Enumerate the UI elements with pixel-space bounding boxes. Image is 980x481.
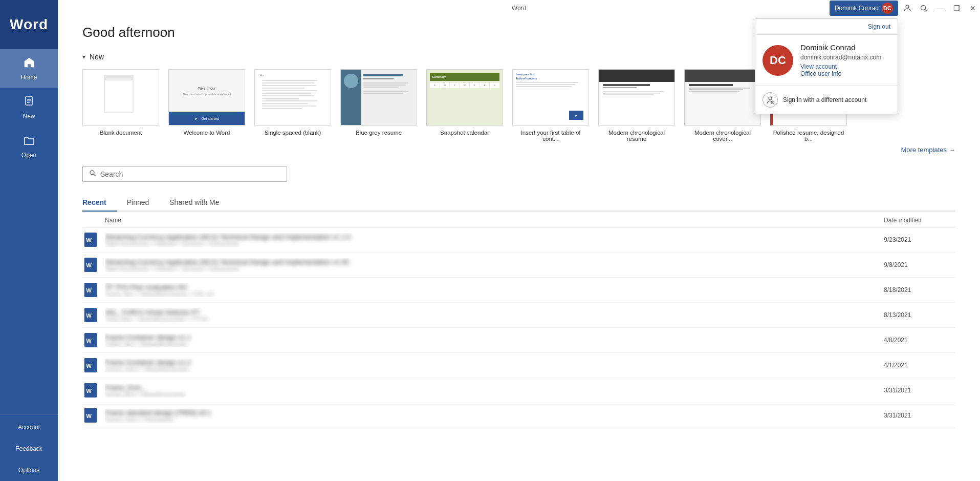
svg-line-6: [925, 10, 927, 12]
file-date: 3/31/2021: [884, 412, 955, 419]
file-name: XEL_TURCC-Great Selector PT: [105, 308, 884, 316]
sidebar-options-label: Options: [18, 467, 39, 474]
template-blank[interactable]: Blank document: [82, 69, 159, 142]
template-modern-chron-cover[interactable]: Modern chronological cover...: [684, 69, 761, 142]
view-account-link[interactable]: View account: [800, 63, 881, 70]
profile-icon-btn[interactable]: [900, 1, 914, 15]
svg-text:W: W: [86, 262, 92, 268]
template-single-spaced-label: Single spaced (blank): [265, 130, 321, 136]
file-row[interactable]: W Frame_from_ Survey_Box > ShareDocument…: [82, 378, 955, 403]
svg-text:W: W: [86, 363, 92, 369]
search-icon-btn[interactable]: [917, 1, 931, 15]
template-insert-toc[interactable]: Insert your first Table of contents ▶ In…: [512, 69, 589, 142]
template-snapshot-calendar-label: Snapshot calendar: [440, 130, 489, 136]
svg-line-10: [94, 174, 96, 176]
tab-shared[interactable]: Shared with Me: [159, 194, 229, 212]
sidebar-item-options[interactable]: Options: [0, 459, 58, 481]
file-path: Frame_Box > SharedDocuments > FFE_10: [105, 291, 884, 297]
search-container: [82, 166, 287, 182]
svg-rect-7: [104, 75, 133, 112]
sidebar-home-label: Home: [20, 74, 37, 81]
minimize-button[interactable]: —: [933, 1, 947, 15]
open-icon: [23, 134, 35, 150]
template-welcome-label: Welcome to Word: [184, 130, 230, 136]
template-insert-toc-thumb: Insert your first Table of contents ▶: [512, 69, 589, 126]
template-single-spaced[interactable]: Aa Si: [254, 69, 331, 142]
switch-account-label[interactable]: Sign in with a different account: [783, 96, 866, 103]
svg-text:W: W: [86, 338, 92, 344]
sidebar-item-new[interactable]: New: [0, 88, 58, 127]
template-blank-label: Blank document: [100, 130, 142, 136]
file-date: 4/8/2021: [884, 337, 955, 344]
tabs: Recent Pinned Shared with Me: [82, 194, 955, 212]
sidebar-bottom: Account Feedback Options: [0, 414, 58, 481]
file-row[interactable]: W Streaming Currency Application (NCA) T…: [82, 253, 955, 278]
file-icon: W: [82, 382, 99, 399]
files-table: Name Date modified W Streaming Currency …: [82, 212, 955, 428]
search-input[interactable]: [100, 170, 280, 178]
file-row[interactable]: W Frame Container design v1.2 Survey_Doc…: [82, 353, 955, 378]
sidebar-feedback-label: Feedback: [15, 445, 42, 452]
file-path: Online_Box > SharedDocuments: [105, 341, 884, 347]
file-row[interactable]: W Frame Container design v1.1 Online_Box…: [82, 328, 955, 353]
sidebar-new-label: New: [23, 113, 35, 120]
template-modern-chron-resume[interactable]: Modern chronological resume: [598, 69, 675, 142]
account-avatar-small: DC: [882, 3, 893, 14]
popup-signout-row: Sign out: [755, 19, 898, 35]
tab-recent[interactable]: Recent: [82, 194, 117, 212]
svg-point-5: [921, 6, 926, 10]
template-blank-thumb: [82, 69, 159, 126]
files-header: Name Date modified: [82, 212, 955, 227]
topbar-title: Word: [512, 5, 526, 12]
new-section-chevron: ▾: [82, 53, 85, 60]
sidebar-item-home[interactable]: Home: [0, 49, 58, 88]
restore-button[interactable]: ❐: [949, 1, 964, 15]
svg-rect-8: [104, 75, 133, 80]
svg-point-27: [769, 97, 772, 100]
office-user-info-link[interactable]: Office user info: [800, 70, 881, 77]
file-path: Survey_Docs > ShareDocuments: [105, 366, 884, 372]
file-name: Streaming Currency Application (NCA) Tec…: [105, 233, 884, 241]
file-path: Sales Documents > Delivery > Services > …: [105, 266, 884, 272]
sidebar-item-account[interactable]: Account: [0, 416, 58, 438]
template-modern-chron-resume-label: Modern chronological resume: [601, 130, 672, 142]
tab-pinned[interactable]: Pinned: [117, 194, 160, 212]
file-row[interactable]: W Frame standard design [TREE] v8.1 Surv…: [82, 403, 955, 428]
files-col-date: Date modified: [884, 217, 955, 224]
template-blue-grey-resume-label: Blue grey resume: [356, 130, 402, 136]
topbar-right: Dominik Conrad DC — ❐: [830, 1, 980, 16]
file-row[interactable]: W TF TFG Peer evaluation NV Frame_Box > …: [82, 278, 955, 303]
file-icon: W: [82, 357, 99, 373]
close-button[interactable]: ✕: [966, 1, 980, 15]
svg-text:W: W: [86, 287, 92, 294]
popup-switch-account[interactable]: Sign in with a different account: [755, 86, 898, 114]
file-name: Frame standard design [TREE] v8.1: [105, 409, 884, 416]
file-row[interactable]: W XEL_TURCC-Great Selector PT Trans_Box …: [82, 303, 955, 328]
account-button[interactable]: Dominik Conrad DC: [830, 1, 898, 16]
file-info: Frame Container design v1.2 Survey_Docs …: [105, 359, 884, 372]
files-col-name: Name: [82, 217, 884, 224]
sign-out-link[interactable]: Sign out: [868, 23, 890, 30]
new-section-label: New: [90, 53, 104, 61]
popup-user-email: dominik.conrad@nutanix.com: [800, 54, 881, 61]
template-single-spaced-thumb: Aa: [254, 69, 331, 126]
file-date: 8/18/2021: [884, 286, 955, 294]
file-info: Frame Container design v1.1 Online_Box >…: [105, 333, 884, 347]
sidebar-item-open[interactable]: Open: [0, 127, 58, 166]
switch-account-icon: [763, 92, 778, 108]
file-icon: W: [82, 407, 99, 424]
file-date: 8/13/2021: [884, 311, 955, 319]
template-snapshot-calendar[interactable]: Summary S M T W T F S Snapshot calendar: [426, 69, 503, 142]
sidebar-item-feedback[interactable]: Feedback: [0, 438, 58, 459]
topbar: Word Dominik Conrad DC —: [58, 0, 980, 16]
file-info: Frame standard design [TREE] v8.1 Survey…: [105, 409, 884, 423]
file-row[interactable]: W Streaming Currency Application (NCA) T…: [82, 227, 955, 253]
template-welcome[interactable]: Take a tour Discover what's possible wit…: [168, 69, 245, 142]
template-blue-grey-resume[interactable]: Blue grey resume: [340, 69, 417, 142]
popup-user-details: Dominik Conrad dominik.conrad@nutanix.co…: [800, 43, 881, 77]
home-icon: [23, 56, 35, 72]
more-templates-arrow: →: [949, 146, 955, 154]
more-templates-button[interactable]: More templates →: [901, 146, 955, 154]
template-snapshot-calendar-thumb: Summary S M T W T F S: [426, 69, 503, 126]
template-polished-resume-label: Polished resume, designed b...: [773, 130, 844, 142]
